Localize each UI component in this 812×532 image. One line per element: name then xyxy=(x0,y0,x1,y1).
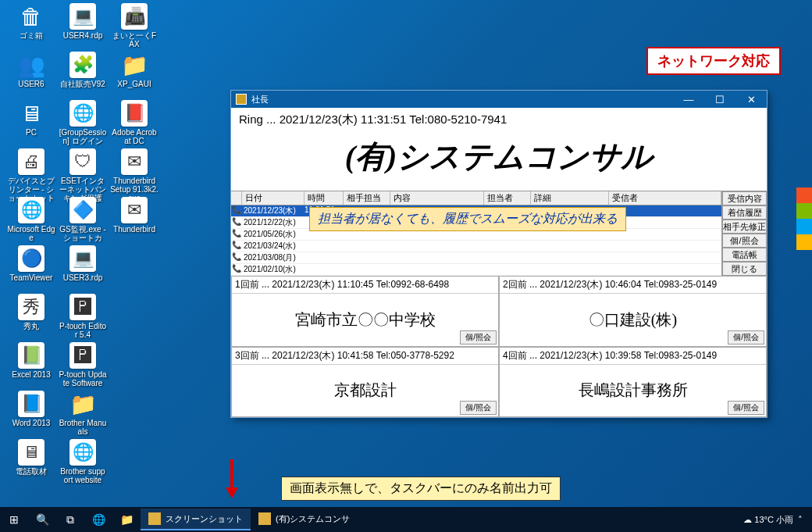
weather-widget[interactable]: ☁ 13°C 小雨 xyxy=(743,514,793,526)
desktop-icon[interactable]: ✉ Thunderbird xyxy=(109,197,159,234)
recent-calls-grid: 1回前 ... 2021/12/23(木) 11:10:45 Tel:0992-… xyxy=(231,276,767,417)
side-button[interactable]: 電話帳 xyxy=(722,248,767,262)
recent-call-card[interactable]: 2回前 ... 2021/12/23(木) 10:46:04 Tel:0983-… xyxy=(499,276,767,347)
desktop-icon[interactable]: 🌐 Brother support website xyxy=(58,439,108,484)
desktop-icon[interactable]: 🅿 P-touch Update Software xyxy=(58,342,108,387)
desktop-icon[interactable]: 👥 USER6 xyxy=(6,52,56,88)
history-row[interactable]: 📞2021/02/10(水) xyxy=(231,264,721,276)
desktop-icon[interactable]: ✉ Thunderbird Setup 91.3k2.exe xyxy=(109,148,159,202)
taskbar: ⊞ 🔍 ⧉ 🌐 📁 スクリーンショット(有)システムコンサ ☁ 13°C 小雨 … xyxy=(0,507,812,532)
desktop-icon[interactable]: 🖥 電話取材 xyxy=(6,439,56,476)
desktop-icon[interactable]: 💻 USER3.rdp xyxy=(58,245,108,282)
desktop-icon[interactable]: 🔵 TeamViewer xyxy=(6,245,56,282)
history-row[interactable]: 📞2021/03/24(水) xyxy=(231,241,721,252)
icon-glyph: 📘 xyxy=(18,391,45,417)
taskbar-annotation: 画面表示無しで、タスクバーにのみ名前出力可 xyxy=(281,477,561,501)
desktop-icon[interactable]: 📁 XP_GAUI xyxy=(109,52,159,88)
side-button[interactable]: 相手先修正 xyxy=(722,220,767,234)
desktop-icon[interactable]: 🌐 [GroupSession] ログイン xyxy=(58,100,108,145)
icon-glyph: 🖥 xyxy=(18,439,45,466)
desktop-icon[interactable]: 🧩 自社販売V92 xyxy=(58,52,108,88)
desktop-icon[interactable]: 📗 Excel 2013 xyxy=(6,342,56,379)
icon-glyph: 📠 xyxy=(121,3,148,30)
icon-label: Excel 2013 xyxy=(11,370,51,379)
recent-call-card[interactable]: 3回前 ... 2021/12/23(木) 10:41:58 Tel:050-3… xyxy=(231,347,499,418)
icon-glyph: 📁 xyxy=(69,391,96,417)
recent-call-header: 1回前 ... 2021/12/23(木) 11:10:45 Tel:0992-… xyxy=(232,277,498,294)
side-button[interactable]: 受信内容 xyxy=(722,191,767,205)
system-tray[interactable]: ☁ 13°C 小雨 ˄ xyxy=(743,514,812,526)
icon-label: USER6 xyxy=(17,80,45,88)
desktop-icon[interactable]: 🖨 デバイスとプリンター - ショートカット xyxy=(6,148,56,202)
icon-glyph: 🌐 xyxy=(69,439,96,466)
icon-label: Thunderbird xyxy=(112,225,156,234)
pinned-edge-icon[interactable]: 🌐 xyxy=(84,513,112,526)
icon-glyph: 🗑 xyxy=(18,3,45,30)
annotation-arrow xyxy=(226,459,238,498)
recent-call-name: 〇口建設(株) xyxy=(500,294,766,346)
icon-glyph: ✉ xyxy=(121,148,148,175)
icon-glyph: 🖨 xyxy=(18,148,45,175)
recent-call-name: 長嶋設計事務所 xyxy=(500,365,766,417)
detail-button[interactable]: 個/照会 xyxy=(460,401,497,415)
desktop-icon[interactable]: 🌐 Microsoft Edge xyxy=(6,197,56,242)
search-icon[interactable]: 🔍 xyxy=(28,513,56,526)
detail-button[interactable]: 個/照会 xyxy=(728,401,764,415)
side-button[interactable]: 閉じる xyxy=(722,262,767,276)
icon-glyph: 🌐 xyxy=(18,197,45,223)
desktop-icon[interactable]: 📘 Word 2013 xyxy=(6,391,56,427)
desktop-icon[interactable]: 秀 秀丸 xyxy=(6,294,56,330)
icon-label: USER4.rdp xyxy=(62,31,104,40)
icon-label: Microsoft Edge xyxy=(6,225,56,242)
history-annotation: 担当者が居なくても、履歴でスムーズな対応が出来る xyxy=(309,207,626,231)
desktop-icon[interactable]: 📁 Brother Manuals xyxy=(58,391,108,436)
icon-label: P-touch Editor 5.4 xyxy=(58,322,108,339)
ring-info-line: Ring ... 2021/12/23(木) 11:31:51 Tel:080-… xyxy=(231,108,767,127)
taskbar-item[interactable]: スクリーンショット xyxy=(141,509,251,530)
taskbar-item-icon xyxy=(148,512,161,525)
side-button[interactable]: 着信履歴 xyxy=(722,205,767,220)
icon-glyph: 📁 xyxy=(121,52,148,78)
icon-label: P-touch Update Software xyxy=(58,370,108,387)
call-history-table: 日付 時間 相手担当 内容 担当者 詳細 受信者 📞2021/12/23(木)1… xyxy=(231,191,721,276)
icon-glyph: 💻 xyxy=(69,3,96,30)
close-button[interactable]: ✕ xyxy=(735,94,767,105)
icon-label: XP_GAUI xyxy=(116,80,151,88)
tray-chevron-icon[interactable]: ˄ xyxy=(798,515,803,525)
side-button[interactable]: 個/照会 xyxy=(722,234,767,248)
desktop-icon[interactable]: 📠 まいと一くFAX xyxy=(109,3,159,48)
taskbar-item-icon xyxy=(258,512,271,525)
task-view-icon[interactable]: ⧉ xyxy=(56,513,84,527)
cti-app-window: 社長 ― ☐ ✕ Ring ... 2021/12/23(木) 11:31:51… xyxy=(230,90,767,418)
icon-label: GS監視.exe - ショートカ xyxy=(58,225,108,242)
titlebar[interactable]: 社長 ― ☐ ✕ xyxy=(231,91,767,108)
desktop-icon[interactable]: 📕 Adobe Acrobat DC xyxy=(109,100,159,145)
pinned-explorer-icon[interactable]: 📁 xyxy=(112,513,141,526)
desktop-icon[interactable]: 🗑 ゴミ箱 xyxy=(6,3,56,40)
desktop-icon[interactable]: 🅿 P-touch Editor 5.4 xyxy=(58,294,108,339)
maximize-button[interactable]: ☐ xyxy=(704,94,735,105)
minimize-button[interactable]: ― xyxy=(673,94,704,105)
detail-button[interactable]: 個/照会 xyxy=(460,330,497,345)
history-row[interactable]: 📞2021/03/08(月) xyxy=(231,252,721,264)
icon-label: まいと一くFAX xyxy=(109,31,159,48)
desktop-icon[interactable]: 🛡 ESETインターネットバンキング保護 xyxy=(58,148,108,202)
recent-call-card[interactable]: 1回前 ... 2021/12/23(木) 11:10:45 Tel:0992-… xyxy=(231,276,499,347)
desktop-icon[interactable]: 🖥 PC xyxy=(6,100,56,137)
window-title: 社長 xyxy=(251,94,269,105)
icon-label: 電話取材 xyxy=(15,467,48,476)
taskbar-item[interactable]: (有)システムコンサ xyxy=(251,509,358,530)
recent-call-card[interactable]: 4回前 ... 2021/12/23(木) 10:39:58 Tel:0983-… xyxy=(499,347,767,418)
taskbar-item-label: スクリーンショット xyxy=(166,513,243,525)
desktop-icon[interactable]: 🔷 GS監視.exe - ショートカ xyxy=(58,197,108,242)
desktop-icon[interactable]: 💻 USER4.rdp xyxy=(58,3,108,40)
detail-button[interactable]: 個/照会 xyxy=(728,330,764,345)
icon-label: [GroupSession] ログイン xyxy=(58,128,108,145)
windows-logo-stripe xyxy=(796,187,812,250)
side-button-panel: 受信内容着信履歴相手先修正個/照会電話帳閉じる xyxy=(721,191,767,276)
icon-glyph: 🔷 xyxy=(69,197,96,223)
icon-label: PC xyxy=(25,128,37,137)
start-button[interactable]: ⊞ xyxy=(0,513,28,526)
icon-label: 秀丸 xyxy=(23,322,40,330)
network-badge: ネットワーク対応 xyxy=(646,47,781,75)
